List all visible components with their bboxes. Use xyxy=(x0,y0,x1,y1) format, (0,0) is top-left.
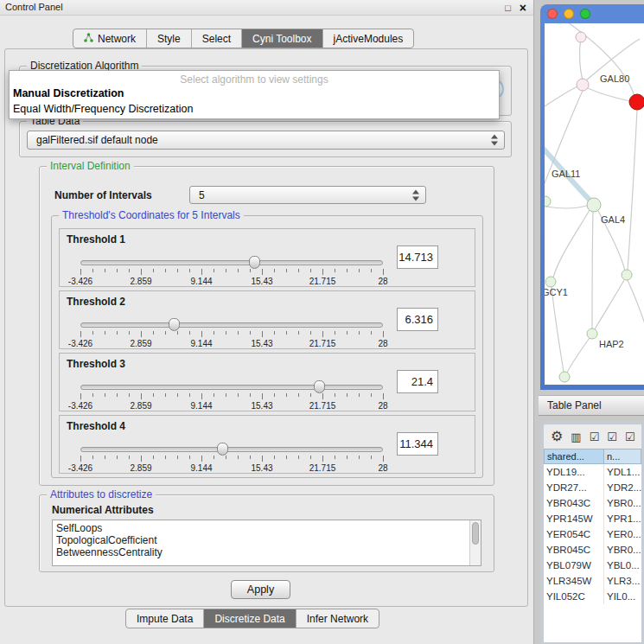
network-node[interactable] xyxy=(576,32,586,42)
close-icon[interactable]: × xyxy=(520,2,526,14)
table-row[interactable]: YLR345WYLR3... xyxy=(544,573,641,589)
cell-name: YDL1... xyxy=(604,464,641,480)
tab-select[interactable]: Select xyxy=(191,29,241,48)
slider-track[interactable] xyxy=(80,385,383,390)
table-row[interactable]: YER054CYER0... xyxy=(544,526,641,542)
network-node[interactable] xyxy=(559,372,570,382)
network-edge[interactable] xyxy=(580,37,583,80)
tab-jactivemodules[interactable]: jActiveModules xyxy=(322,29,414,48)
extra-checkbox-icon[interactable]: ☑ xyxy=(625,431,635,443)
tab-style[interactable]: Style xyxy=(146,29,191,48)
tick-mark xyxy=(274,331,275,335)
threshold-slider: -3.4262.8599.14415.4321.71528 xyxy=(80,447,383,452)
table-toolbar: ⚙ ▥ ☑ ☑ ☑ xyxy=(544,424,641,449)
network-edge[interactable] xyxy=(567,338,590,373)
table-data-combobox[interactable]: galFiltered.sif default node xyxy=(27,131,505,150)
network-edge[interactable] xyxy=(562,23,634,96)
network-edge[interactable] xyxy=(545,86,577,110)
network-node[interactable] xyxy=(622,270,632,280)
network-node[interactable] xyxy=(587,328,597,339)
gear-icon[interactable]: ⚙ xyxy=(551,430,563,443)
scrollbar-thumb[interactable] xyxy=(472,522,479,545)
threshold-panel: Threshold 4-3.4262.8599.14415.4321.71528… xyxy=(59,415,475,474)
list-item[interactable]: BetweennessCentrality xyxy=(56,546,481,558)
control-panel-window: Control Panel □ × NetworkStyleSelectCyni… xyxy=(0,0,534,644)
threshold-value-input[interactable]: 21.4 xyxy=(397,370,438,393)
slider-thumb[interactable] xyxy=(169,318,180,331)
control-panel-titlebar[interactable]: Control Panel □ × xyxy=(0,0,533,16)
slider-thumb[interactable] xyxy=(249,256,260,269)
network-edge[interactable] xyxy=(552,287,564,372)
slider-ticks xyxy=(80,269,383,276)
slider-thumb[interactable] xyxy=(217,443,228,456)
tab-cyni-toolbox[interactable]: Cyni Toolbox xyxy=(241,29,322,48)
table-row[interactable]: YBR043CYBR0... xyxy=(544,495,641,511)
threshold-value-input[interactable]: 11.344 xyxy=(397,432,438,456)
popup-item-manual-discretization[interactable]: Manual Discretization xyxy=(10,86,499,101)
table-panel-titlebar[interactable]: Table Panel xyxy=(539,395,644,416)
tick-mark xyxy=(359,331,360,335)
slider-track[interactable] xyxy=(80,447,383,452)
threshold-value-input[interactable]: 14.713 xyxy=(397,245,438,269)
list-item[interactable]: SelfLoops xyxy=(56,522,481,534)
tick-mark xyxy=(189,393,190,397)
network-edge[interactable] xyxy=(595,280,624,329)
tab-impute-data[interactable]: Impute Data xyxy=(126,609,203,628)
table-row[interactable]: YBL079WYBL0... xyxy=(544,558,641,573)
zoom-button[interactable] xyxy=(580,9,590,19)
network-edge[interactable] xyxy=(588,88,630,101)
tick-mark xyxy=(274,393,275,397)
minimize-button[interactable] xyxy=(564,9,574,19)
network-canvas[interactable]: GAL80GAL11GAL4GCY1HAP2 xyxy=(545,23,644,385)
column-header-shared-name[interactable]: shared... xyxy=(544,449,604,464)
tab-label: Discretize Data xyxy=(214,613,284,625)
network-edge[interactable] xyxy=(546,206,587,208)
popup-item-equal-width-frequency[interactable]: Equal Width/Frequency Discretization xyxy=(10,101,499,117)
network-view-window[interactable]: GAL80GAL11GAL4GCY1HAP2 xyxy=(540,4,644,390)
close-button[interactable] xyxy=(547,9,558,19)
tab-discretize-data[interactable]: Discretize Data xyxy=(203,609,295,628)
tick-mark xyxy=(117,269,118,272)
list-item[interactable]: TopologicalCoefficient xyxy=(56,534,481,546)
tick-mark xyxy=(347,269,348,272)
table-row[interactable]: YPR145WYPR1... xyxy=(544,511,641,526)
network-edge[interactable] xyxy=(553,210,590,277)
slider-track[interactable] xyxy=(80,322,383,328)
threshold-panel: Threshold 3-3.4262.8599.14415.4321.71528… xyxy=(59,353,475,411)
tab-network[interactable]: Network xyxy=(73,29,146,48)
network-edge[interactable] xyxy=(628,110,637,271)
node-label: HAP2 xyxy=(599,339,624,349)
tick-mark xyxy=(80,393,81,399)
network-edge[interactable] xyxy=(592,212,593,328)
tick-mark xyxy=(92,456,93,459)
table-row[interactable]: YIL052CYIL0... xyxy=(544,589,641,604)
number-of-intervals-combobox[interactable]: 5 xyxy=(189,186,426,204)
tab-label: Impute Data xyxy=(137,613,193,625)
slider-thumb[interactable] xyxy=(314,380,325,393)
table-row[interactable]: YDL19...YDL1... xyxy=(544,464,641,480)
columns-icon[interactable]: ▥ xyxy=(571,431,581,443)
table-row[interactable]: YBR045CYBR0... xyxy=(544,542,641,558)
cell-name: YIL0... xyxy=(604,589,641,604)
float-window-icon[interactable]: □ xyxy=(505,3,511,13)
list-scrollbar[interactable] xyxy=(469,520,481,565)
select-visible-checkbox-icon[interactable]: ☑ xyxy=(607,431,617,443)
tick-mark xyxy=(226,393,226,397)
select-all-checkbox-icon[interactable]: ☑ xyxy=(590,431,600,443)
scale-label: 28 xyxy=(378,277,387,286)
column-header-name[interactable]: n... xyxy=(604,449,641,464)
threshold-value-input[interactable]: 6.316 xyxy=(397,308,438,331)
network-node[interactable] xyxy=(545,196,551,207)
table-row[interactable]: YDR27...YDR2... xyxy=(544,480,641,495)
tab-infer-network[interactable]: Infer Network xyxy=(296,609,379,628)
network-node[interactable] xyxy=(577,79,589,91)
network-edge[interactable] xyxy=(628,280,644,324)
thresholds-container: Threshold 1-3.4262.8599.14415.4321.71528… xyxy=(59,228,475,477)
network-node[interactable] xyxy=(587,198,601,212)
slider-track[interactable] xyxy=(80,260,383,265)
selected-network-node[interactable] xyxy=(629,94,644,110)
network-node[interactable] xyxy=(545,277,556,287)
threshold-label: Threshold 1 xyxy=(67,233,125,245)
apply-button[interactable]: Apply xyxy=(231,580,290,599)
numerical-attributes-list[interactable]: SelfLoopsTopologicalCoefficientBetweenne… xyxy=(52,520,481,566)
